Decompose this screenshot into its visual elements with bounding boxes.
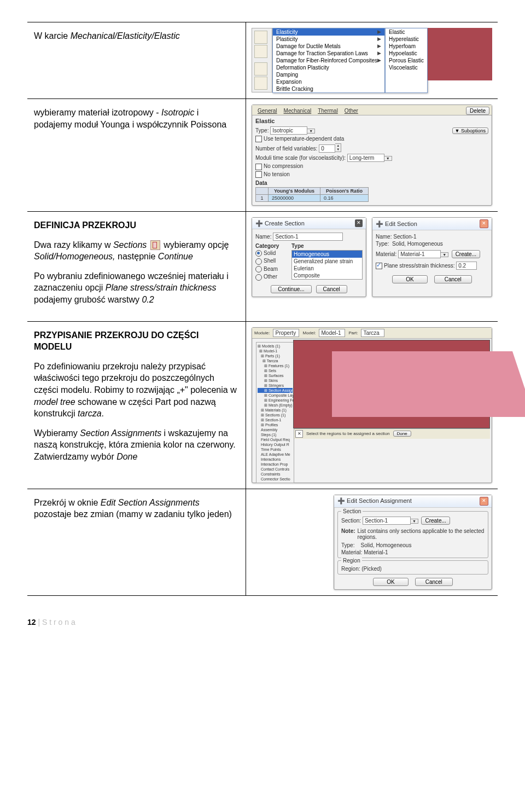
type-gps[interactable]: Generalized plane strain xyxy=(292,258,362,265)
ok-button[interactable]: OK xyxy=(373,578,408,586)
close-icon[interactable]: ✕ xyxy=(480,497,488,506)
cat-shell-radio[interactable] xyxy=(255,258,262,265)
r1-text: W karcie xyxy=(34,31,68,40)
page-footer: 12 | S t r o n a xyxy=(27,618,498,627)
cat-other-radio[interactable] xyxy=(255,274,262,281)
tab-thermal[interactable]: Thermal xyxy=(314,107,341,115)
edit-section-assignment-dialog: ➕ Edit Section Assignment✕ Section Secti… xyxy=(334,495,492,590)
young-modulus-input[interactable]: 25000000 xyxy=(269,195,320,202)
pss-chk[interactable] xyxy=(376,263,382,269)
tab-other[interactable]: Other xyxy=(341,107,361,115)
model-tree[interactable]: ⊞ Models (1)⊞ Model-1⊞ Parts (1)⊞ Tarcza… xyxy=(256,342,294,483)
heading-definicja-przekroju: DEFINICJA PRZEKROJU xyxy=(34,219,239,231)
edit-section-dialog: ➕ Edit Section✕ Name: Section-1 Type: So… xyxy=(372,217,492,297)
suboptions-button[interactable]: ▼ Suboptions xyxy=(452,127,488,134)
continue-button[interactable]: Continue... xyxy=(271,285,311,293)
tool-icon[interactable] xyxy=(254,31,267,44)
create-section-button[interactable]: Create... xyxy=(421,517,450,525)
material-select[interactable]: Material-1 xyxy=(398,250,441,258)
tool-icon[interactable] xyxy=(254,77,267,90)
cat-beam-radio[interactable] xyxy=(255,266,262,272)
cat-solid-radio[interactable] xyxy=(255,250,262,257)
type-composite[interactable]: Composite xyxy=(292,272,362,279)
tab-general[interactable]: General xyxy=(254,107,281,115)
moduli-select[interactable]: Long-term xyxy=(347,154,384,162)
field-vars-input[interactable]: 0 xyxy=(319,144,335,153)
done-button[interactable]: Done xyxy=(393,431,411,437)
temp-dependent-chk[interactable] xyxy=(255,136,262,142)
ok-button[interactable]: OK xyxy=(392,275,427,283)
create-section-dialog: ➕ Create Section✕ Name: Section-1 Catego… xyxy=(252,217,366,297)
poisson-ratio-input[interactable]: 0.16 xyxy=(320,195,368,202)
viewport[interactable] xyxy=(293,340,490,428)
elastic-material-dialog: General Mechanical Thermal Other Delete … xyxy=(252,105,492,206)
type-homogeneous[interactable]: Homogeneous xyxy=(292,251,362,258)
close-icon[interactable]: ✕ xyxy=(480,219,488,228)
elasticity-submenu[interactable]: Elastic Hyperelastic Hyperfoam Hypoelast… xyxy=(385,28,428,93)
pss-input[interactable]: 0.2 xyxy=(456,262,477,270)
cancel-button[interactable]: Cancel xyxy=(415,578,453,586)
cancel-button[interactable]: Cancel xyxy=(434,275,472,283)
cancel-button[interactable]: Cancel xyxy=(316,285,347,293)
toolbar xyxy=(252,28,272,92)
tool-icon[interactable] xyxy=(254,45,267,58)
heading-przypisanie-przekroju: PRZYPISANIE PRZEKROJU DO CZĘŚCI MODELU xyxy=(34,329,239,353)
section-name-input[interactable]: Section-1 xyxy=(273,233,343,241)
type-eulerian[interactable]: Eulerian xyxy=(292,265,362,272)
no-compression-chk[interactable] xyxy=(255,164,262,170)
viewport-window: Module:Property Model:Model-1 Part:Tarcz… xyxy=(252,327,492,483)
section-select[interactable]: Section-1 xyxy=(363,517,411,525)
material-behavior-menu[interactable]: Elasticity▶ Plasticity▶ Damage for Ducti… xyxy=(272,28,385,93)
sections-icon xyxy=(150,240,160,250)
delete-button[interactable]: Delete xyxy=(466,107,489,115)
r1-path: Mechanical/Elasticity/Elastic xyxy=(71,31,180,40)
no-tension-chk[interactable] xyxy=(255,171,262,178)
create-material-button[interactable]: Create... xyxy=(452,250,480,258)
type-select[interactable]: Isotropic xyxy=(270,126,307,135)
tab-mechanical[interactable]: Mechanical xyxy=(281,107,315,115)
tool-icon[interactable] xyxy=(254,62,267,76)
